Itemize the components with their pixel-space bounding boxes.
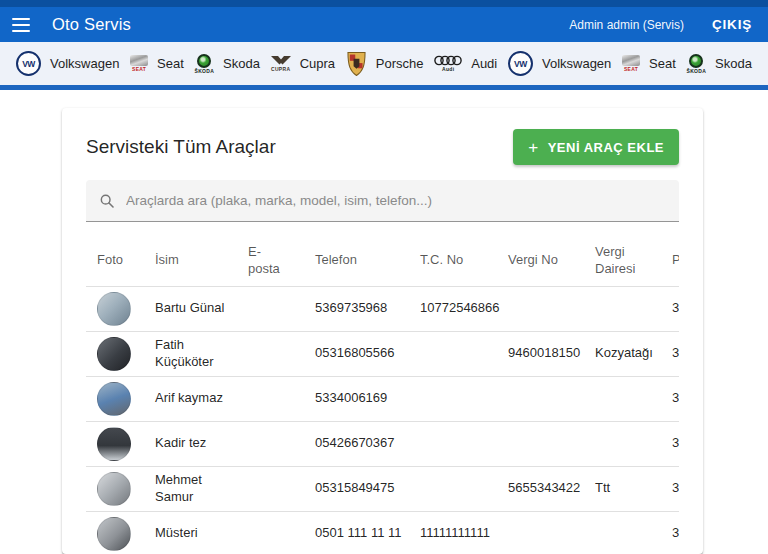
customer-phone: 05426670367 [315,421,420,466]
vehicle-plate: 3 [672,286,679,331]
customer-name: Fatih Küçüköter [155,331,248,376]
customer-vergidairesi: Ttt [595,466,672,511]
column-header-foto: Foto [86,236,155,286]
vehicle-photo [97,472,131,506]
vehicle-photo [97,337,131,371]
customer-tcno [420,421,508,466]
customer-vergino: 5655343422 [508,466,595,511]
vehicles-table: Foto İsim E-posta Telefon T.C. No Vergi … [86,236,679,554]
customer-email [248,511,315,554]
column-header-vergino: Vergi No [508,236,595,286]
vehicles-table-container: Foto İsim E-posta Telefon T.C. No Vergi … [86,236,679,554]
app-bar: Oto Servis Admin admin (Servis) ÇIKIŞ [0,0,768,42]
brand-nav: VW Volkswagen SEAT Seat ŠKODA Skoda CUPR… [0,42,768,90]
brand-label: Cupra [300,56,335,71]
app-title: Oto Servis [52,15,131,34]
porsche-logo-icon [346,51,367,76]
customer-tcno [420,376,508,421]
brand-item-volkswagen-2[interactable]: VW Volkswagen [508,51,611,76]
customer-email [248,466,315,511]
brand-item-cupra[interactable]: CUPRA Cupra [271,55,335,72]
customer-vergino [508,376,595,421]
brand-label: Skoda [715,56,752,71]
customer-vergidairesi [595,421,672,466]
customer-vergidairesi [595,511,672,554]
brand-item-volkswagen[interactable]: VW Volkswagen [16,51,119,76]
skoda-logo-icon: ŠKODA [195,54,215,74]
vehicle-row[interactable]: Kadir tez 05426670367 3 [86,421,679,466]
customer-email [248,376,315,421]
vehicle-row[interactable]: Müsteri 0501 111 11 11 11111111111 3 [86,511,679,554]
column-header-vergidairesi: Vergi Dairesi [595,236,672,286]
plus-icon: + [528,139,538,156]
vehicle-row[interactable]: Mehmet Samur 05315849475 5655343422 Ttt … [86,466,679,511]
customer-tcno [420,331,508,376]
vehicle-plate: 3 [672,421,679,466]
vehicle-row[interactable]: Arif kaymaz 5334006169 3 [86,376,679,421]
vehicle-plate: 3 [672,331,679,376]
column-header-tcno: T.C. No [420,236,508,286]
brand-item-skoda-2[interactable]: ŠKODA Skoda [687,54,752,74]
customer-name: Bartu Günal [155,286,248,331]
customer-name: Kadir tez [155,421,248,466]
vehicle-photo [97,382,131,416]
customer-email [248,421,315,466]
vehicle-photo [97,517,131,551]
brand-label: Seat [649,56,676,71]
customer-email [248,286,315,331]
page-title: Servisteki Tüm Araçlar [86,136,276,158]
customer-phone: 05316805566 [315,331,420,376]
vehicle-search-field [86,180,679,222]
seat-logo-icon: SEAT [130,55,148,72]
customer-vergino [508,421,595,466]
brand-label: Porsche [376,56,424,71]
customer-name: Mehmet Samur [155,466,248,511]
customer-name: Müsteri [155,511,248,554]
customer-phone: 5334006169 [315,376,420,421]
brand-item-seat[interactable]: SEAT Seat [130,55,184,72]
table-header-row: Foto İsim E-posta Telefon T.C. No Vergi … [86,236,679,286]
customer-vergino [508,511,595,554]
brand-item-porsche[interactable]: Porsche [346,51,424,76]
logged-in-user: Admin admin (Servis) [569,18,684,32]
seat-logo-icon: SEAT [622,55,640,72]
customer-tcno: 10772546866 [420,286,508,331]
brand-label: Audi [471,56,497,71]
vehicle-plate: 3 [672,466,679,511]
vehicle-photo [97,292,131,326]
skoda-logo-icon: ŠKODA [687,54,707,74]
brand-item-skoda[interactable]: ŠKODA Skoda [195,54,260,74]
cupra-logo-icon: CUPRA [271,55,291,72]
column-header-isim: İsim [155,236,248,286]
customer-name: Arif kaymaz [155,376,248,421]
customer-vergidairesi [595,286,672,331]
add-vehicle-button[interactable]: + YENİ ARAÇ EKLE [513,129,679,165]
column-header-telefon: Telefon [315,236,420,286]
customer-vergino [508,286,595,331]
brand-label: Seat [157,56,184,71]
search-input[interactable] [126,193,666,208]
brand-item-seat-2[interactable]: SEAT Seat [622,55,676,72]
search-icon [99,193,115,209]
customer-email [248,331,315,376]
column-header-eposta: E-posta [248,236,315,286]
customer-vergino: 9460018150 [508,331,595,376]
brand-label: Skoda [223,56,260,71]
vehicle-row[interactable]: Bartu Günal 5369735968 10772546866 3 [86,286,679,331]
vehicle-plate: 3 [672,511,679,554]
customer-tcno: 11111111111 [420,511,508,554]
column-header-plaka: Plaka [672,236,679,286]
brand-label: Volkswagen [542,56,611,71]
vehicle-row[interactable]: Fatih Küçüköter 05316805566 9460018150 K… [86,331,679,376]
customer-tcno [420,466,508,511]
volkswagen-logo-icon: VW [16,51,41,76]
menu-icon[interactable] [12,18,30,32]
brand-item-audi[interactable]: Audi Audi [434,55,497,72]
customer-phone: 5369735968 [315,286,420,331]
vehicle-plate: 3 [672,376,679,421]
logout-button[interactable]: ÇIKIŞ [712,17,752,32]
customer-vergidairesi [595,376,672,421]
customer-vergidairesi: Kozyatağı [595,331,672,376]
brand-label: Volkswagen [50,56,119,71]
vehicle-photo [97,427,131,461]
